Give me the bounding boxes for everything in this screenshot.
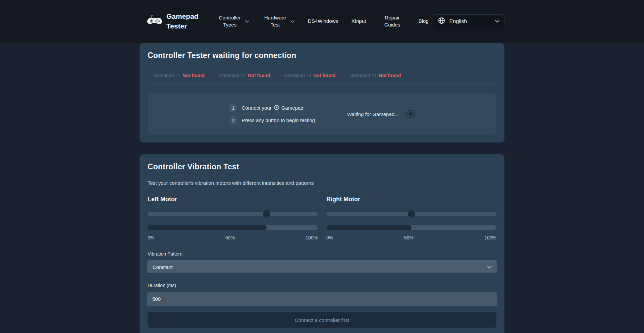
nav-controller-types[interactable]: Controller Types <box>217 14 249 28</box>
motor-controls: Left Motor 0% 50% 100% Right Motor <box>148 196 496 240</box>
chevron-down-icon <box>487 266 491 269</box>
pattern-value: Constant <box>153 264 487 270</box>
chevron-down-icon <box>495 20 499 23</box>
site-header: Gamepad Tester Controller Types Hardware… <box>0 0 644 43</box>
right-motor-slider[interactable] <box>326 210 496 218</box>
gamepad-tab-4[interactable]: Gamepad #4 Not found <box>350 73 401 78</box>
loading-spinner-icon <box>406 110 415 119</box>
nav-repair-guides[interactable]: Repair Guides <box>379 14 405 28</box>
nav-xinput[interactable]: XInput <box>352 18 366 24</box>
duration-input[interactable] <box>148 292 496 306</box>
nav-ds4windows[interactable]: DS4Windows <box>308 18 338 24</box>
instruction-panel: 1 Connect your Gamepad 2 P <box>148 94 496 134</box>
gamepad-logo-icon <box>147 15 162 28</box>
steps-list: 1 Connect your Gamepad 2 P <box>229 104 315 125</box>
language-value: English <box>449 18 491 24</box>
right-motor-progress <box>326 225 496 230</box>
step-number-badge: 2 <box>229 116 237 125</box>
left-motor-scale: 0% 50% 100% <box>148 235 318 240</box>
step-press-button: 2 Press any button to begin testing <box>229 116 315 125</box>
main-content: Controller Tester waiting for connection… <box>140 43 504 333</box>
chevron-down-icon <box>245 20 249 23</box>
pattern-label: Vibration Pattern <box>148 251 496 257</box>
waiting-indicator: Waiting for Gamepad... <box>347 110 415 119</box>
vibration-pattern-select[interactable]: Constant <box>148 261 496 273</box>
left-motor-heading: Left Motor <box>148 196 318 203</box>
usb-connect-icon <box>274 105 279 111</box>
gamepad-tabs: Gamepad #1 Not found Gamepad #2 Not foun… <box>148 73 496 84</box>
language-selector[interactable]: English <box>433 14 504 28</box>
left-motor-section: Left Motor 0% 50% 100% <box>148 196 318 240</box>
main-nav: Controller Types Hardware Test DS4Window… <box>217 14 429 28</box>
gamepad-tab-2[interactable]: Gamepad #2 Not found <box>219 73 270 78</box>
vibration-test-button[interactable]: Connect a controller first <box>148 312 496 328</box>
vibration-title: Controller Vibration Test <box>148 162 496 171</box>
connection-card: Controller Tester waiting for connection… <box>140 43 504 143</box>
nav-blog[interactable]: Blog <box>419 18 429 24</box>
gamepad-help-link[interactable]: Gamepad <box>281 105 304 111</box>
left-motor-progress <box>148 225 318 230</box>
gamepad-tab-3[interactable]: Gamepad #3 Not found <box>284 73 335 78</box>
gamepad-tab-1[interactable]: Gamepad #1 Not found <box>153 73 205 78</box>
status-badge: Not found <box>248 73 270 78</box>
globe-icon <box>438 17 445 26</box>
right-motor-heading: Right Motor <box>326 196 496 203</box>
duration-label: Duration (ms) <box>148 283 496 288</box>
site-logo[interactable]: Gamepad Tester <box>147 12 199 31</box>
chevron-down-icon <box>290 20 294 23</box>
slider-thumb[interactable] <box>408 210 415 218</box>
step-number-badge: 1 <box>229 104 237 112</box>
vibration-card: Controller Vibration Test Test your cont… <box>140 154 504 333</box>
status-badge: Not found <box>379 73 401 78</box>
left-motor-slider[interactable] <box>148 210 318 218</box>
status-badge: Not found <box>182 73 205 78</box>
site-title: Gamepad Tester <box>166 12 199 31</box>
right-motor-section: Right Motor 0% 50% 100% <box>326 196 496 240</box>
slider-thumb[interactable] <box>263 210 270 218</box>
vibration-subtitle: Test your controller's vibration motors … <box>148 180 496 186</box>
right-motor-scale: 0% 50% 100% <box>326 235 496 240</box>
waiting-text: Waiting for Gamepad... <box>347 111 399 117</box>
connection-title: Controller Tester waiting for connection <box>148 51 496 60</box>
nav-hardware-test[interactable]: Hardware Test <box>263 14 294 28</box>
step-connect: 1 Connect your Gamepad <box>229 104 315 112</box>
status-badge: Not found <box>313 73 335 78</box>
